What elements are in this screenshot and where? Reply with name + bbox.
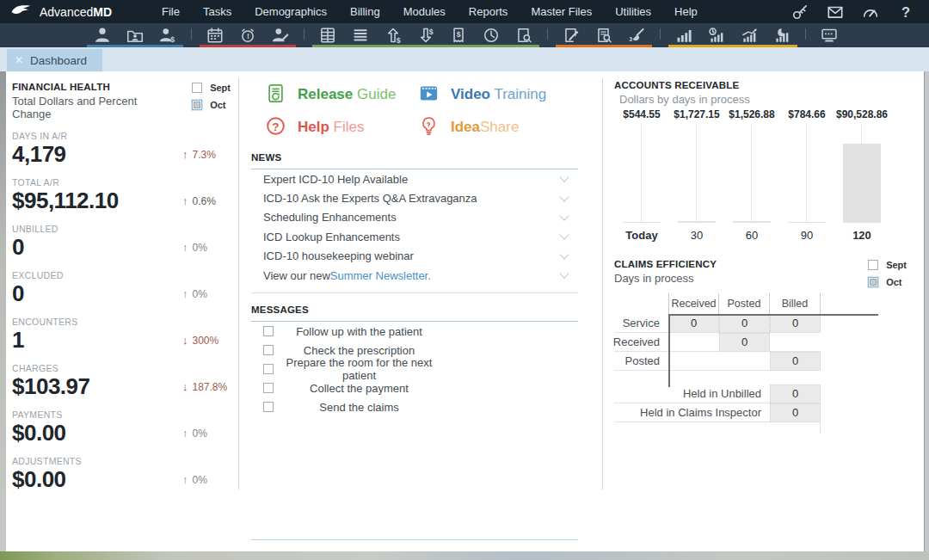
chevron-down-icon[interactable] [559,192,569,201]
claims-efficiency-panel: CLAIMS EFFICIENCY Days in process SeptOc… [614,259,907,434]
toolbar-groups: $!$$$ [86,23,846,47]
menu-item-help[interactable]: Help [674,5,698,18]
patient-icon[interactable] [86,23,119,47]
ar-bar [678,221,716,223]
quick-links: Release GuideVideo Training?Help FilesId… [251,78,578,144]
ar-x-label: 90 [779,223,834,242]
message-checkbox[interactable] [263,383,274,393]
menu-item-billing[interactable]: Billing [350,5,380,18]
chevron-down-icon[interactable] [559,249,569,259]
quick-link-help-files[interactable]: ?Help Files [265,111,418,144]
patient-chart-icon[interactable] [119,23,151,47]
news-item[interactable]: View our new Summer Newsletter. [251,266,578,285]
message-checkbox[interactable] [263,364,274,374]
claim-scrub-icon[interactable] [620,23,653,47]
report-time-icon[interactable] [700,23,733,47]
toolbar-divider [805,28,806,40]
middle-column: Release GuideVideo Training?Help FilesId… [251,78,578,416]
metric-days-in-a-r: DAYS IN A/R4,179↑7.3% [12,131,231,168]
ledger-icon[interactable] [311,23,344,47]
help-icon[interactable]: ? [896,3,915,21]
transactions-list-icon[interactable] [344,23,377,47]
metric-value: $0.00 [12,420,66,446]
report-analytics-icon[interactable] [766,23,798,47]
message-checkbox[interactable] [263,345,274,355]
menu-item-file[interactable]: File [162,5,180,18]
menu-item-reports[interactable]: Reports [469,5,508,18]
reminders-alarm-icon[interactable]: ! [231,23,264,47]
toolbar-divider [547,28,548,40]
report-bars-icon[interactable] [668,23,700,47]
news-item-text: Expert ICD-10 Help Available [263,173,408,186]
message-item: Follow up with the patient [251,322,578,341]
svg-text:?: ? [272,120,279,132]
trend-up-arrow-icon: ↑ [182,427,188,440]
toolbar-group-5 [668,23,798,47]
receipt-icon[interactable]: $ [442,23,475,47]
menu-item-utilities[interactable]: Utilities [615,5,651,18]
news-item[interactable]: ICD Lookup Enhancements [251,227,578,246]
chevron-down-icon[interactable] [559,268,569,278]
claims-efficiency-subtitle: Days in process [614,273,853,286]
brand: AdvancedMD [0,2,139,22]
transaction-review-icon[interactable] [508,23,540,47]
table-row-label-service: Service [614,314,668,333]
menu-item-tasks[interactable]: Tasks [203,5,231,18]
patient-accounts-icon[interactable]: $ [151,23,184,47]
claim-inspector-icon[interactable] [588,23,620,47]
ar-column-today: $544.55Today [614,108,669,242]
ce-period-oct-checkbox[interactable] [868,277,878,287]
news-item[interactable]: ICD-10 housekeeping webinar [251,247,578,266]
fh-period-oct-checkbox[interactable] [192,100,202,110]
time-clock-icon[interactable] [475,23,508,47]
fh-period-sept-checkbox[interactable] [192,83,202,93]
ehr-terminal-icon[interactable] [813,23,846,47]
mail-icon[interactable] [826,3,845,21]
quick-link-release-guide[interactable]: Release Guide [265,78,418,111]
report-trend-icon[interactable] [733,23,766,47]
menu-item-master-files[interactable]: Master Files [531,5,592,18]
table-cell-posted-posted [719,352,770,371]
menu-item-demographics[interactable]: Demographics [255,5,327,18]
metric-label: ADJUSTMENTS [12,456,231,466]
tab-dashboard[interactable]: ✕ Dashboard [7,49,102,71]
table-cell-posted-received [668,352,719,371]
message-checkbox[interactable] [263,326,274,336]
gauge-icon[interactable] [861,3,880,21]
window-edge-right [924,47,929,551]
metric-value: 0 [12,234,24,261]
window-edge-left [0,47,6,560]
news-item[interactable]: ICD-10 Ask the Experts Q&A Extravaganza [251,188,578,207]
key-icon[interactable] [791,3,809,21]
summary-tail-line [820,422,821,434]
brand-name: AdvancedMD [40,5,112,19]
quick-link-label: Help Files [298,119,364,136]
message-checkbox[interactable] [263,402,274,412]
news-item[interactable]: Scheduling Enhancements [251,208,578,227]
chevron-down-icon[interactable] [559,231,569,240]
news-bottom-rule [251,292,578,293]
message-label: Send the claims [284,401,434,414]
claim-edit-icon[interactable] [555,23,588,47]
chevron-down-icon[interactable] [559,211,569,220]
quick-link-ideashare[interactable]: IdeaShare [418,111,571,144]
payments-up-icon[interactable]: $ [377,23,409,47]
close-icon[interactable]: ✕ [15,55,23,65]
ce-period-sept-checkbox[interactable] [868,260,878,270]
message-item: Collect the payment [251,378,578,397]
metric-charges: CHARGES$103.97↓187.8% [12,363,231,400]
news-item[interactable]: Expert ICD-10 Help Available [251,169,578,188]
quick-link-video-training[interactable]: Video Training [418,78,571,111]
ideashare-icon [418,115,440,140]
scheduler-calendar-icon[interactable] [199,23,231,47]
ar-x-label: 60 [724,223,779,242]
summary-value: 0 [770,403,821,422]
metric-value-row: 1↓300% [12,328,231,354]
ar-plot-area [779,123,834,223]
chevron-down-icon[interactable] [559,173,569,182]
menu-item-modules[interactable]: Modules [403,5,446,18]
charges-down-icon[interactable]: $ [409,23,442,47]
news-item-link[interactable]: Summer Newsletter. [330,269,431,282]
patient-signoff-icon[interactable] [264,23,297,47]
news-title: NEWS [251,152,578,163]
